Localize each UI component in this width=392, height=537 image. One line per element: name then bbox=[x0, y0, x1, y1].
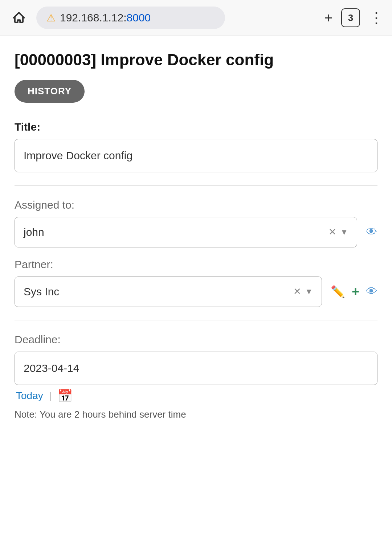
assigned-to-clear[interactable]: ✕ bbox=[328, 226, 336, 238]
pipe-separator: | bbox=[49, 390, 52, 402]
deadline-input[interactable] bbox=[15, 352, 377, 385]
assigned-to-wrapper: john ✕ ▼ 👁 bbox=[15, 217, 377, 247]
assigned-to-arrow[interactable]: ▼ bbox=[340, 227, 348, 237]
divider-1 bbox=[15, 185, 377, 186]
add-tab-button[interactable]: + bbox=[324, 11, 332, 25]
chrome-actions: + 3 ⋮ bbox=[324, 8, 383, 27]
title-section: Title: bbox=[15, 121, 377, 172]
assigned-to-view-icon[interactable]: 👁 bbox=[366, 225, 377, 239]
partner-arrow[interactable]: ▼ bbox=[305, 287, 313, 296]
partner-edit-icon[interactable]: ✏️ bbox=[331, 285, 345, 299]
today-link[interactable]: Today bbox=[16, 390, 43, 402]
partner-value: Sys Inc bbox=[24, 286, 293, 298]
partner-field[interactable]: Sys Inc ✕ ▼ bbox=[15, 276, 322, 307]
partner-actions: ✏️ + 👁 bbox=[331, 284, 377, 299]
deadline-label: Deadline: bbox=[15, 333, 377, 346]
partner-view-icon[interactable]: 👁 bbox=[366, 285, 377, 298]
page-title: [00000003] Improve Docker config bbox=[15, 50, 377, 70]
assigned-to-label: Assigned to: bbox=[15, 199, 377, 211]
assigned-to-section: Assigned to: john ✕ ▼ 👁 bbox=[15, 199, 377, 247]
home-button[interactable] bbox=[9, 8, 29, 28]
note-text: Note: You are 2 hours behind server time bbox=[15, 409, 377, 420]
assigned-to-value: john bbox=[24, 226, 328, 238]
partner-controls: ✕ ▼ bbox=[293, 286, 313, 297]
partner-add-icon[interactable]: + bbox=[352, 284, 359, 299]
warning-icon: ⚠ bbox=[46, 12, 56, 24]
deadline-section: Deadline: Today | 📅 Note: You are 2 hour… bbox=[15, 333, 377, 420]
partner-wrapper: Sys Inc ✕ ▼ ✏️ + 👁 bbox=[15, 276, 377, 307]
assigned-to-controls: ✕ ▼ bbox=[328, 226, 348, 238]
partner-clear[interactable]: ✕ bbox=[293, 286, 301, 297]
partner-section: Partner: Sys Inc ✕ ▼ ✏️ + 👁 bbox=[15, 258, 377, 307]
address-text: 192.168.1.12:8000 bbox=[60, 12, 151, 24]
address-port: 8000 bbox=[127, 12, 151, 24]
title-label: Title: bbox=[15, 121, 377, 133]
more-menu-button[interactable]: ⋮ bbox=[369, 10, 383, 25]
date-actions: Today | 📅 bbox=[15, 389, 377, 403]
address-host: 192.168.1.12: bbox=[60, 12, 127, 24]
address-bar[interactable]: ⚠ 192.168.1.12:8000 bbox=[36, 7, 225, 29]
title-input[interactable] bbox=[15, 139, 377, 172]
divider-2 bbox=[15, 320, 377, 320]
assigned-to-field[interactable]: john ✕ ▼ bbox=[15, 217, 357, 247]
assigned-to-actions: 👁 bbox=[366, 225, 377, 239]
page-content: [00000003] Improve Docker config HISTORY… bbox=[0, 36, 392, 446]
home-icon bbox=[12, 11, 26, 25]
tab-count-button[interactable]: 3 bbox=[341, 8, 360, 27]
partner-label: Partner: bbox=[15, 258, 377, 271]
history-button[interactable]: HISTORY bbox=[15, 80, 85, 103]
calendar-icon[interactable]: 📅 bbox=[57, 389, 73, 403]
browser-chrome: ⚠ 192.168.1.12:8000 + 3 ⋮ bbox=[0, 0, 392, 36]
